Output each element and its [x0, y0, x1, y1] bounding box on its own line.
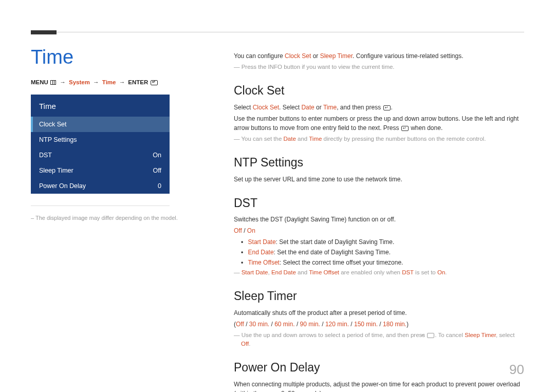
text: /	[378, 321, 383, 328]
text-accent: 120 min.	[325, 321, 349, 328]
arrow-icon: →	[118, 79, 127, 85]
heading-power-on-delay: Power On Delay	[234, 359, 524, 377]
top-divider	[31, 32, 524, 32]
menu-item-dst[interactable]: DST On	[31, 147, 170, 163]
text-accent: 90 min.	[300, 321, 320, 328]
menu-item-power-on-delay[interactable]: Power On Delay 0	[31, 178, 170, 194]
text: /	[242, 227, 247, 234]
clockset-note: You can set the Date and Time directly b…	[234, 135, 524, 143]
text-accent: Start Date	[242, 269, 268, 275]
text: .	[445, 269, 447, 275]
text-accent: On	[247, 227, 255, 234]
heading-ntp: NTP Settings	[234, 154, 524, 172]
text: and	[296, 136, 309, 142]
text: Use the number buttons to enter numbers …	[234, 115, 519, 132]
text: . To cancel	[435, 332, 465, 338]
text: or	[311, 52, 320, 60]
dst-options: Off / On	[234, 226, 524, 235]
enter-icon	[383, 105, 391, 110]
text: /	[244, 321, 249, 328]
text-accent: Date	[301, 104, 314, 111]
list-item: Start Date: Set the start date of Daylig…	[247, 237, 524, 247]
text: : Set the end date of Daylight Saving Ti…	[274, 249, 391, 256]
text-accent: 180 min.	[383, 321, 406, 328]
text: )	[406, 321, 409, 328]
text-accent: End Date	[248, 249, 274, 256]
ntp-p1: Set up the server URL and time zone to u…	[234, 175, 524, 184]
menu-item-label: DST	[39, 152, 52, 159]
text-accent: Clock Set	[285, 52, 311, 60]
text: Use the up and down arrows to select a p…	[242, 332, 427, 338]
menu-item-value: On	[153, 152, 161, 159]
heading-sleep-timer: Sleep Timer	[234, 287, 524, 305]
intro-text: You can configure Clock Set or Sleep Tim…	[234, 51, 524, 61]
text: /	[349, 321, 354, 328]
text: or	[314, 104, 323, 111]
text: .	[249, 341, 250, 347]
clockset-p1: Select Clock Set. Select Date or Time, a…	[234, 103, 524, 112]
heading-dst: DST	[234, 194, 524, 212]
menu-item-sleep-timer[interactable]: Sleep Timer Off	[31, 163, 170, 178]
text-accent: Sleep Timer	[465, 332, 496, 338]
pod-p1: When connecting multiple products, adjus…	[234, 380, 524, 392]
text: , and then press	[337, 104, 382, 111]
text-accent: Start Date	[248, 238, 276, 246]
list-item: End Date: Set the end date of Daylight S…	[247, 248, 524, 257]
text: /	[320, 321, 325, 328]
sleep-p1: Automatically shuts off the product afte…	[234, 308, 524, 318]
menu-item-label: Clock Set	[39, 121, 67, 128]
list-item: Time Offset: Select the correct time off…	[247, 258, 524, 267]
dst-note: Start Date, End Date and Time Offset are…	[234, 268, 524, 277]
clockset-p2: Use the number buttons to enter numbers …	[234, 114, 524, 133]
text-accent: Off	[236, 321, 244, 328]
menu-footnote: The displayed image may differ depending…	[31, 215, 180, 221]
text-accent: Time Offset	[309, 269, 339, 275]
breadcrumb: MENU → System → Time → ENTER	[31, 79, 158, 85]
text-accent: Time Offset	[248, 259, 280, 266]
breadcrumb-enter: ENTER	[128, 79, 148, 85]
text: . Select	[279, 104, 301, 111]
dst-list: Start Date: Set the start date of Daylig…	[234, 237, 524, 267]
dst-p1: Switches the DST (Daylight Saving Time) …	[234, 215, 524, 224]
text-accent: On	[437, 269, 445, 275]
text: is set to	[414, 269, 437, 275]
enter-icon	[427, 333, 434, 338]
menu-item-value: Off	[153, 167, 161, 174]
text-accent: Date	[284, 136, 296, 142]
menu-item-value: 0	[158, 182, 161, 190]
breadcrumb-system: System	[69, 79, 90, 85]
text-accent: DST	[402, 269, 414, 275]
page-title: Time	[31, 46, 73, 68]
text: directly by pressing the number buttons …	[322, 136, 486, 142]
text: .	[391, 104, 393, 111]
text-accent: Sleep Timer	[320, 52, 353, 60]
text: Select	[234, 104, 253, 111]
text: are enabled only when	[339, 269, 402, 275]
text-accent: 60 min.	[274, 321, 294, 328]
text: /	[295, 321, 300, 328]
text: . Configure various time-related setting…	[353, 52, 463, 60]
menu-item-clock-set[interactable]: Clock Set	[31, 117, 170, 132]
divider	[31, 206, 170, 206]
arrow-icon: →	[58, 79, 67, 85]
menu-item-ntp-settings[interactable]: NTP Settings	[31, 132, 170, 147]
menu-icon	[50, 80, 56, 85]
text: and	[296, 269, 309, 275]
arrow-icon: →	[91, 79, 101, 85]
enter-icon	[151, 80, 158, 85]
menu-item-label: Power On Delay	[39, 182, 86, 190]
intro-note: Press the INFO button if you want to vie…	[234, 63, 524, 71]
breadcrumb-menu: MENU	[31, 79, 48, 85]
text-accent: Off	[234, 227, 242, 234]
text-accent: Off	[241, 341, 249, 347]
text: You can set the	[242, 136, 284, 142]
text: : Select the correct time offset your ti…	[280, 259, 403, 266]
text: You can configure	[234, 52, 285, 60]
text: , select	[496, 332, 514, 338]
heading-clock-set: Clock Set	[234, 82, 524, 100]
sleep-options: (Off / 30 min. / 60 min. / 90 min. / 120…	[234, 320, 524, 329]
text: /	[269, 321, 274, 328]
text-accent: End Date	[271, 269, 296, 275]
menu-item-label: Sleep Timer	[39, 167, 73, 174]
breadcrumb-time: Time	[102, 79, 116, 85]
